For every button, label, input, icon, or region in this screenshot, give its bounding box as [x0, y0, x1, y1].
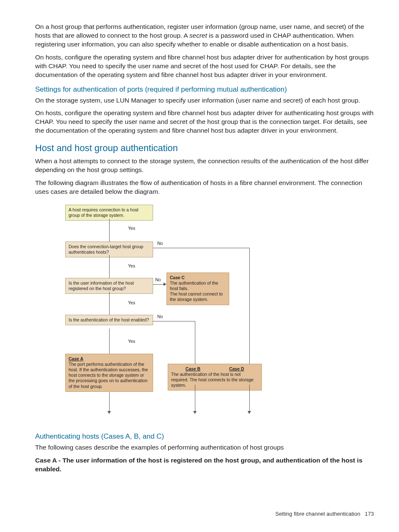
paragraph-lun-manager: On the storage system, use LUN Manager t…	[35, 96, 374, 105]
flow-q3-box: Is the authentication of the host enable…	[65, 315, 153, 325]
flow-line	[195, 385, 195, 411]
case-a-description: Case A - The user information of the hos…	[35, 456, 374, 474]
arrow-right-icon	[164, 283, 166, 286]
case-b-label: Case B	[171, 366, 215, 372]
flow-line	[249, 385, 250, 411]
case-bd-text: The authentication of the host is not re…	[171, 372, 253, 388]
flow-line	[195, 321, 195, 364]
paragraph-cases-intro: The following cases describe the example…	[35, 443, 374, 452]
flow-label-yes: Yes	[128, 339, 135, 344]
flow-line	[153, 284, 164, 285]
flow-line	[153, 248, 249, 248]
case-c-label: Case C	[170, 275, 185, 280]
page-footer: Setting fibre channel authentication 173	[275, 511, 374, 517]
document-page: On a host group that performs authentica…	[0, 0, 399, 532]
flow-line	[109, 255, 110, 278]
authentication-flowchart: A host requires connection to a host gro…	[65, 205, 266, 427]
case-d-label: Case D	[215, 366, 259, 372]
arrow-down-icon	[248, 411, 251, 414]
flow-label-no: No	[157, 314, 163, 319]
footer-page-number: 173	[365, 511, 374, 517]
arrow-down-icon	[107, 411, 111, 414]
heading-authenticating-hosts-cases: Authenticating hosts (Cases A, B, and C)	[35, 432, 374, 441]
flow-line	[153, 321, 195, 321]
paragraph-host-group-register: On a host group that performs authentica…	[35, 23, 374, 49]
paragraph-connection-results: When a host attempts to connect to the s…	[35, 157, 374, 175]
flow-label-no: No	[157, 241, 163, 246]
flow-label-no: No	[155, 277, 161, 282]
heading-host-and-host-group-auth: Host and host group authentication	[35, 143, 374, 154]
paragraph-hosts-configure-2: On hosts, configure the operating system…	[35, 109, 374, 135]
case-c-text: The authentication of the host fails. Th…	[170, 280, 223, 302]
arrow-down-icon	[193, 411, 197, 414]
flow-label-yes: Yes	[128, 263, 135, 268]
flow-label-yes: Yes	[128, 226, 135, 231]
footer-section-title: Setting fibre channel authentication	[275, 511, 360, 517]
flow-line	[249, 248, 250, 364]
flow-line	[109, 292, 110, 315]
paragraph-hosts-configure-1: On hosts, configure the operating system…	[35, 53, 374, 80]
paragraph-diagram-intro: The following diagram illustrates the fl…	[35, 179, 374, 196]
case-a-label: Case A	[69, 356, 83, 361]
flow-label-yes: Yes	[128, 300, 135, 305]
flow-start-box: A host requires connection to a host gro…	[65, 205, 153, 221]
flow-case-c-box: Case C The authentication of the host fa…	[166, 272, 229, 305]
flow-case-a-box: Case A The port performs authentication …	[65, 354, 153, 392]
case-a-text: The port performs authentication of the …	[69, 362, 148, 389]
italic-secret: secret	[189, 32, 207, 39]
flow-case-bd-box: Case B Case D The authentication of the …	[168, 364, 262, 391]
heading-settings-ports: Settings for authentication of ports (re…	[35, 85, 374, 94]
flow-line	[109, 219, 110, 242]
flow-line	[109, 392, 110, 411]
flow-line	[109, 329, 110, 354]
